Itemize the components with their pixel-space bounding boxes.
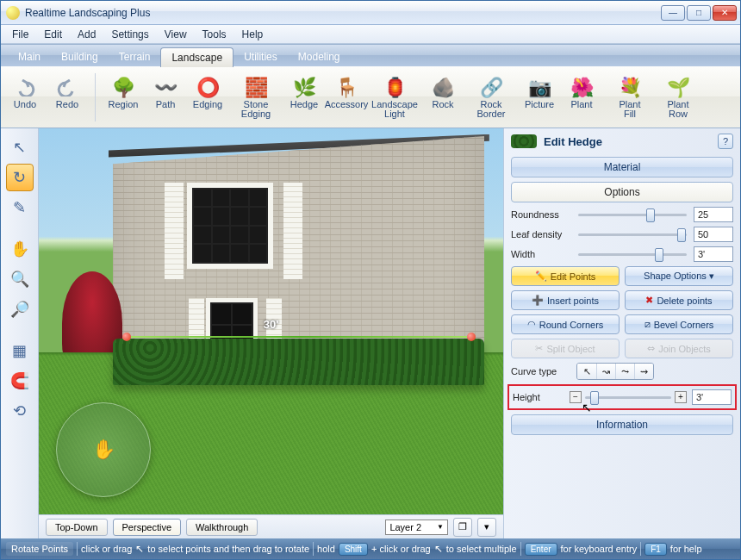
leafdensity-slider[interactable] (576, 227, 688, 241)
x-icon: ✖ (645, 295, 653, 306)
ribbon-plant-row[interactable]: 🌱Plant Row (659, 76, 697, 119)
roundness-value[interactable]: 25 (694, 207, 733, 222)
bevel-corner-icon: ⧄ (644, 319, 651, 330)
orbit-tool[interactable]: ⟲ (6, 397, 34, 425)
layer-select[interactable]: Layer 2▼ (385, 520, 448, 535)
ribbon-landscape-light[interactable]: 🏮Landscape Light (370, 76, 420, 119)
height-increment[interactable]: + (675, 391, 687, 403)
statusbar: Rotate Points click or drag ↖ to select … (1, 538, 740, 559)
ribbon-plant[interactable]: 🌺Plant (563, 76, 601, 119)
width-value[interactable]: 3' (694, 246, 733, 262)
height-row-highlighted: Height − ↖ + 3' (507, 384, 737, 410)
height-value[interactable]: 3' (692, 389, 732, 405)
layers-button[interactable]: ❐ (453, 518, 472, 537)
menu-add[interactable]: Add (70, 26, 103, 43)
menu-view[interactable]: View (157, 26, 195, 43)
tab-landscape[interactable]: Landscape (160, 47, 234, 67)
split-object-button: ✂Split Object (511, 339, 620, 358)
delete-points-button[interactable]: ✖Delete points (625, 290, 733, 310)
shift-key-badge: Shift (339, 543, 368, 556)
rock-border-icon: 🔗 (479, 76, 503, 100)
menu-edit[interactable]: Edit (36, 26, 70, 43)
mode-perspective[interactable]: Perspective (113, 519, 181, 536)
width-slider[interactable] (576, 247, 688, 261)
help-button[interactable]: ? (718, 134, 733, 149)
tab-modeling[interactable]: Modeling (288, 47, 351, 66)
leafdensity-value[interactable]: 50 (694, 227, 733, 242)
grid-tool[interactable]: ▦ (6, 337, 34, 364)
leafdensity-label: Leaf density (511, 229, 571, 240)
ribbon-picture[interactable]: 📷Picture (520, 76, 558, 119)
tab-main[interactable]: Main (8, 47, 51, 66)
ribbon-stone-edging[interactable]: 🧱Stone Edging (231, 76, 281, 119)
pan-tool[interactable]: ✋ (6, 235, 34, 263)
measure-line[interactable] (122, 331, 476, 343)
undo-icon (13, 76, 37, 100)
scene-3d[interactable]: 30' (39, 128, 503, 514)
menubar: File Edit Add Settings View Tools Help (1, 25, 740, 44)
app-title: Realtime Landscaping Plus (25, 7, 661, 19)
landscape-light-icon: 🏮 (383, 76, 407, 100)
minimize-button[interactable]: — (661, 5, 685, 21)
ribbon-accessory[interactable]: 🪑Accessory (327, 76, 365, 119)
height-slider[interactable]: ↖ (583, 390, 673, 404)
select-tool[interactable]: ↖ (6, 134, 34, 161)
mode-topdown[interactable]: Top-Down (46, 519, 108, 536)
redo-button[interactable]: Redo (48, 76, 86, 119)
bevel-corners-button[interactable]: ⧄Bevel Corners (625, 314, 733, 334)
tab-building[interactable]: Building (51, 47, 109, 66)
rotate-tool[interactable]: ↻ (6, 164, 34, 191)
tab-terrain[interactable]: Terrain (109, 47, 161, 66)
curve-type-2[interactable]: ↝ (596, 364, 615, 379)
tab-utilities[interactable]: Utilities (234, 47, 288, 66)
maximize-button[interactable]: □ (687, 5, 711, 21)
nav-disc[interactable] (56, 402, 151, 497)
height-decrement[interactable]: − (570, 391, 582, 403)
insert-points-button[interactable]: ➕Insert points (511, 290, 620, 310)
mode-walkthrough[interactable]: Walkthrough (186, 519, 258, 536)
roundness-label: Roundness (511, 209, 571, 220)
layer-dropdown-button[interactable]: ▾ (477, 518, 496, 537)
section-information[interactable]: Information (511, 414, 733, 435)
zoom-in-tool[interactable]: 🔍 (6, 265, 34, 293)
ribbon: Undo Redo 🌳Region〰️Path⭕Edging🧱Stone Edg… (1, 66, 740, 128)
section-options[interactable]: Options (511, 182, 733, 202)
accessory-icon: 🪑 (334, 76, 358, 100)
measure-handle-right[interactable] (467, 333, 476, 341)
measure-handle-left[interactable] (122, 333, 131, 341)
ribbon-rock[interactable]: 🪨Rock (424, 76, 462, 119)
scene-hedge[interactable] (113, 339, 484, 385)
edit-tool[interactable]: ✎ (6, 194, 34, 221)
cursor-icon: ↖ (135, 543, 144, 555)
width-label: Width (511, 249, 571, 259)
curve-type-1[interactable]: ↖ (577, 364, 596, 379)
section-material[interactable]: Material (511, 157, 733, 177)
ribbon-region[interactable]: 🌳Region (104, 76, 142, 119)
snap-tool[interactable]: 🧲 (6, 367, 34, 395)
curve-type-3[interactable]: ⤳ (615, 364, 634, 379)
pencil-icon: ✏️ (535, 271, 547, 282)
ribbon-separator (95, 73, 96, 121)
undo-button[interactable]: Undo (6, 76, 44, 119)
chevron-down-icon: ▼ (437, 523, 444, 531)
menu-file[interactable]: File (4, 26, 36, 43)
app-icon (6, 6, 20, 20)
scene-shutter (165, 183, 184, 279)
zoom-out-tool[interactable]: 🔎 (6, 296, 34, 323)
menu-help[interactable]: Help (234, 26, 271, 43)
curve-type-4[interactable]: ⇝ (634, 364, 653, 379)
ribbon-plant-fill[interactable]: 💐Plant Fill (605, 76, 655, 119)
round-corners-button[interactable]: ◠Round Corners (511, 314, 620, 334)
edit-points-button[interactable]: ✏️Edit Points (511, 266, 620, 286)
roundness-slider[interactable] (576, 208, 688, 221)
close-button[interactable]: ✕ (713, 5, 737, 21)
menu-tools[interactable]: Tools (195, 26, 234, 43)
rock-icon: 🪨 (431, 76, 455, 100)
menu-settings[interactable]: Settings (103, 26, 156, 43)
shape-options-button[interactable]: Shape Options ▾ (625, 266, 733, 286)
split-icon: ✂ (535, 343, 543, 354)
ribbon-hedge[interactable]: 🌿Hedge (285, 76, 323, 119)
ribbon-path[interactable]: 〰️Path (146, 76, 184, 119)
ribbon-edging[interactable]: ⭕Edging (189, 76, 227, 119)
ribbon-rock-border[interactable]: 🔗Rock Border (466, 76, 516, 119)
